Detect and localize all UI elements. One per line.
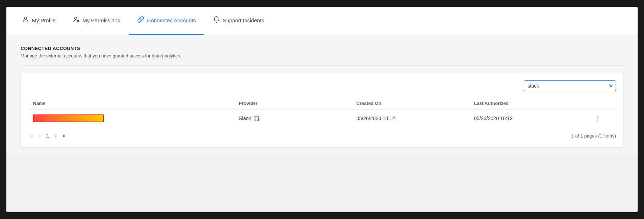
tab-my-permissions-label: My Permissions (83, 17, 120, 23)
section-title: CONNECTED ACCOUNTS (21, 46, 623, 51)
link-icon (137, 16, 144, 25)
search-input[interactable] (524, 80, 616, 91)
svg-rect-3 (254, 116, 255, 117)
name-redacted (33, 114, 104, 122)
col-header-created: Created On (351, 97, 469, 110)
svg-rect-5 (254, 119, 255, 121)
col-header-provider: Provider (234, 97, 351, 110)
tab-support-incidents-label: Support Incidents (223, 17, 264, 23)
search-clear-button[interactable]: ✕ (609, 83, 613, 89)
bell-icon (213, 16, 220, 25)
cell-last-authorized: 05/26/2020 18:12 (469, 110, 587, 127)
slack-logo-icon (253, 115, 260, 122)
svg-rect-8 (256, 120, 257, 120)
main-container: My Profile My Permissions Connected Ac (6, 7, 638, 212)
tab-my-permissions[interactable]: My Permissions (64, 7, 129, 35)
pagination-first-button[interactable]: « (28, 131, 35, 140)
pagination-current-page: 1 (44, 133, 51, 139)
cell-created-on: 05/26/2020 18:12 (351, 110, 469, 127)
provider-cell-content: Slack (239, 115, 346, 122)
svg-rect-7 (256, 116, 257, 117)
svg-rect-4 (257, 116, 259, 117)
col-header-name: Name (28, 97, 234, 110)
tab-bar: My Profile My Permissions Connected Ac (6, 7, 638, 35)
pagination-last-button[interactable]: » (60, 131, 68, 140)
table-row: Slack (28, 110, 616, 127)
accounts-table: Name Provider Created On Last Authorized (28, 97, 616, 127)
tab-support-incidents[interactable]: Support Incidents (204, 7, 273, 35)
tab-my-profile[interactable]: My Profile (13, 7, 64, 35)
row-more-button[interactable]: ⋮ (592, 114, 603, 123)
svg-point-0 (24, 17, 27, 19)
page-content: CONNECTED ACCOUNTS Manage the external a… (6, 35, 638, 155)
person-icon (22, 16, 29, 25)
person-gear-icon (73, 16, 80, 25)
search-row: ✕ (28, 80, 616, 91)
pagination-next-button[interactable]: › (53, 131, 59, 140)
col-header-lastauth: Last Authorized (469, 97, 587, 110)
pagination-prev-button[interactable]: ‹ (37, 131, 43, 140)
section-subtitle: Manage the external accounts that you ha… (21, 53, 623, 58)
search-wrapper: ✕ (524, 80, 616, 91)
svg-rect-10 (258, 117, 259, 119)
pagination-info: 1 of 1 pages (1 items) (571, 133, 616, 139)
svg-rect-6 (257, 119, 259, 121)
cell-name (28, 110, 234, 127)
svg-rect-9 (255, 117, 255, 119)
tab-connected-accounts-label: Connected Accounts (147, 17, 196, 23)
cell-actions: ⋮ (587, 110, 616, 127)
section-divider (21, 66, 623, 66)
pagination-controls: « ‹ 1 › » (28, 131, 68, 140)
provider-name: Slack (239, 116, 251, 121)
svg-point-1 (74, 17, 77, 19)
cell-provider: Slack (234, 110, 351, 127)
accounts-card: ✕ Name Provider Created On (21, 73, 623, 148)
tab-my-profile-label: My Profile (32, 17, 56, 23)
col-header-actions (587, 97, 616, 110)
tab-connected-accounts[interactable]: Connected Accounts (129, 7, 205, 35)
pagination-row: « ‹ 1 › » 1 of 1 pages (1 items) (28, 127, 616, 140)
